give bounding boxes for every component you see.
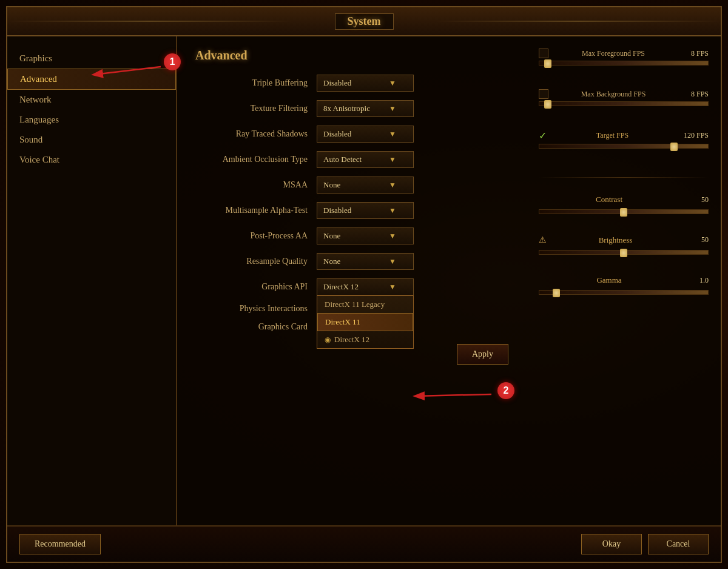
- gamma-header: Gamma 1.0: [539, 275, 709, 285]
- target-fps-checkmark: ✓: [539, 130, 547, 141]
- dropdown-arrow: ▼: [389, 206, 396, 215]
- resample-quality-label: Resample Quality: [195, 257, 317, 266]
- main-window: System Graphics Advanced Network Languag…: [6, 6, 722, 563]
- gamma-row: Gamma 1.0: [539, 275, 709, 297]
- post-process-aa-label: Post-Process AA: [195, 231, 317, 241]
- graphics-api-dropdown[interactable]: DirectX 12 ▼: [317, 278, 414, 295]
- max-foreground-fps-value: 8 FPS: [678, 49, 709, 58]
- dropdown-arrow: ▼: [389, 130, 396, 139]
- title-bar: System: [7, 7, 721, 36]
- gamma-label: Gamma: [539, 275, 679, 285]
- contrast-header: Contrast 50: [539, 195, 709, 204]
- cancel-button[interactable]: Cancel: [648, 534, 709, 554]
- dropdown-arrow: ▼: [389, 79, 396, 88]
- max-background-fps-slider[interactable]: [539, 101, 709, 106]
- post-process-aa-dropdown[interactable]: None ▼: [317, 227, 414, 244]
- radio-icon: ◉: [325, 335, 331, 345]
- ambient-occlusion-label: Ambient Occlusion Type: [195, 155, 317, 164]
- graphics-api-label: Graphics API: [195, 282, 317, 292]
- settings-panel: Advanced Triple Buffering Disabled ▼ Tex…: [177, 36, 527, 525]
- setting-row-ray-traced-shadows: Ray Traced Shadows Disabled ▼: [195, 126, 508, 143]
- dx11-option[interactable]: DirectX 11: [317, 313, 413, 331]
- target-fps-label: Target FPS: [551, 131, 673, 140]
- max-foreground-fps-thumb[interactable]: [544, 59, 551, 68]
- dx11-legacy-option[interactable]: DirectX 11 Legacy: [317, 296, 413, 313]
- ray-traced-shadows-dropdown[interactable]: Disabled ▼: [317, 126, 414, 143]
- dropdown-arrow: ▼: [389, 257, 396, 266]
- sidebar-item-network[interactable]: Network: [7, 90, 176, 110]
- gamma-slider[interactable]: [539, 290, 709, 295]
- setting-row-post-process-aa: Post-Process AA None ▼: [195, 227, 508, 244]
- target-fps-value: 120 FPS: [678, 131, 709, 140]
- resample-quality-dropdown[interactable]: None ▼: [317, 253, 414, 270]
- contrast-label: Contrast: [539, 195, 679, 204]
- target-fps-header: ✓ Target FPS 120 FPS: [539, 130, 709, 141]
- bottom-bar: Recommended Okay Cancel: [7, 525, 721, 562]
- sidebar-item-languages[interactable]: Languages: [7, 110, 176, 130]
- recommended-button[interactable]: Recommended: [19, 534, 101, 554]
- max-background-fps-section: Max Background FPS 8 FPS: [539, 89, 709, 109]
- dx12-option[interactable]: ◉ DirectX 12: [317, 331, 413, 348]
- triple-buffering-dropdown[interactable]: Disabled ▼: [317, 75, 414, 92]
- sidebar-item-voice-chat[interactable]: Voice Chat: [7, 150, 176, 170]
- sidebar: Graphics Advanced Network Languages Soun…: [7, 36, 177, 525]
- setting-row-ambient-occlusion: Ambient Occlusion Type Auto Detect ▼: [195, 151, 508, 168]
- ray-traced-shadows-label: Ray Traced Shadows: [195, 129, 317, 139]
- sidebar-item-sound[interactable]: Sound: [7, 130, 176, 150]
- apply-button[interactable]: Apply: [457, 344, 508, 365]
- texture-filtering-label: Texture Filtering: [195, 104, 317, 113]
- annotation-1-arrow: [85, 58, 167, 82]
- contrast-row: Contrast 50: [539, 195, 709, 217]
- content-area: Graphics Advanced Network Languages Soun…: [7, 36, 721, 525]
- contrast-slider[interactable]: [539, 209, 709, 214]
- max-background-fps-label: Max Background FPS: [553, 90, 673, 99]
- svg-line-1: [94, 67, 161, 75]
- dropdown-arrow: ▼: [389, 181, 396, 190]
- setting-row-triple-buffering: Triple Buffering Disabled ▼: [195, 75, 508, 92]
- max-background-fps-header: Max Background FPS 8 FPS: [539, 89, 709, 99]
- main-panel: Advanced Triple Buffering Disabled ▼ Tex…: [177, 36, 721, 525]
- dropdown-arrow: ▼: [389, 232, 396, 241]
- btn-right-group: Okay Cancel: [581, 534, 709, 554]
- graphics-api-dropdown-menu: DirectX 11 Legacy DirectX 11 ◉ DirectX 1…: [317, 295, 414, 349]
- window-title: System: [335, 13, 394, 30]
- brightness-label: Brightness: [551, 235, 679, 245]
- setting-row-graphics-api: Graphics API DirectX 12 ▼ DirectX 11 Leg…: [195, 278, 508, 295]
- divider: [539, 177, 709, 178]
- max-background-fps-value: 8 FPS: [678, 90, 709, 99]
- brightness-thumb[interactable]: [620, 249, 627, 257]
- brightness-header: ⚠ Brightness 50: [539, 235, 709, 245]
- setting-row-multisample-alpha-test: Multisample Alpha-Test Disabled ▼: [195, 202, 508, 219]
- dropdown-arrow: ▼: [389, 104, 396, 113]
- triple-buffering-label: Triple Buffering: [195, 78, 317, 88]
- target-fps-slider[interactable]: [539, 144, 709, 149]
- setting-row-texture-filtering: Texture Filtering 8x Anisotropic ▼: [195, 100, 508, 117]
- annotation-2-arrow: [406, 387, 500, 405]
- target-fps-thumb[interactable]: [670, 143, 678, 151]
- contrast-value: 50: [684, 195, 709, 204]
- max-background-fps-thumb[interactable]: [544, 100, 551, 109]
- target-fps-section: ✓ Target FPS 120 FPS: [539, 130, 709, 151]
- okay-button[interactable]: Okay: [581, 534, 642, 554]
- gamma-thumb[interactable]: [553, 289, 560, 297]
- dropdown-arrow: ▼: [389, 155, 396, 164]
- max-foreground-fps-section: Max Foreground FPS 8 FPS: [539, 49, 709, 68]
- brightness-warning-icon: ⚠: [539, 235, 547, 245]
- texture-filtering-dropdown[interactable]: 8x Anisotropic ▼: [317, 100, 414, 117]
- contrast-thumb[interactable]: [620, 208, 627, 217]
- multisample-alpha-test-dropdown[interactable]: Disabled ▼: [317, 202, 414, 219]
- max-foreground-fps-slider[interactable]: [539, 61, 709, 66]
- msaa-dropdown[interactable]: None ▼: [317, 177, 414, 194]
- max-background-fps-checkbox[interactable]: [539, 89, 548, 99]
- max-foreground-fps-label: Max Foreground FPS: [553, 49, 673, 58]
- section-title: Advanced: [195, 49, 508, 62]
- max-foreground-fps-checkbox[interactable]: [539, 49, 548, 58]
- gamma-value: 1.0: [684, 276, 709, 285]
- physics-interactions-label: Physics Interactions: [195, 304, 317, 314]
- setting-row-resample-quality: Resample Quality None ▼: [195, 253, 508, 270]
- graphics-card-label: Graphics Card: [195, 322, 317, 332]
- brightness-value: 50: [684, 235, 709, 244]
- ambient-occlusion-dropdown[interactable]: Auto Detect ▼: [317, 151, 414, 168]
- right-panel: Max Foreground FPS 8 FPS Max Background …: [527, 36, 721, 525]
- brightness-slider[interactable]: [539, 250, 709, 255]
